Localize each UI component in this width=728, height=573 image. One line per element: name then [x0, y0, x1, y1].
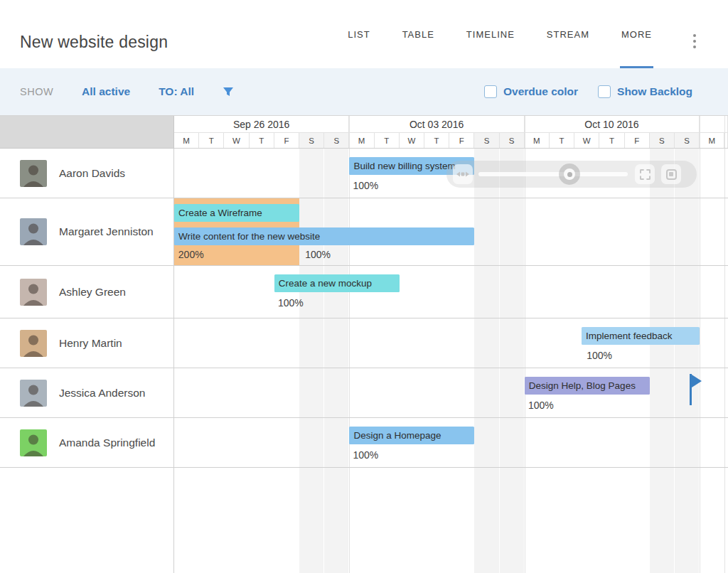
task-bar[interactable]: Implement feedback [582, 327, 700, 345]
person-name: Jessica Anderson [59, 387, 146, 400]
task-bar[interactable]: Create a new mockup [274, 274, 400, 292]
avatar [20, 380, 47, 407]
milestone-flag-icon[interactable] [690, 374, 702, 408]
person-cell: Aaron Davids [0, 149, 174, 198]
day-letter-cell: W [400, 133, 424, 149]
person-name: Aaron Davids [59, 167, 125, 180]
workload-percent-label: 100% [353, 180, 379, 191]
week-label: Oct 03 2016 [349, 116, 524, 133]
person-name: Ashley Green [59, 286, 126, 299]
day-letter-cell: M [700, 133, 724, 149]
day-letter-cell: T [599, 133, 624, 149]
tab-more[interactable]: MORE [621, 0, 652, 68]
person-name: Henry Martin [59, 337, 122, 350]
day-letter-cell: S [299, 133, 324, 149]
person-row: Create a WireframeWrite content for the … [0, 198, 728, 266]
person-name: Margaret Jenniston [59, 225, 154, 238]
workload-percent-label: 100% [278, 297, 304, 309]
active-filter-link[interactable]: All active [82, 85, 130, 98]
week-label: Sep 26 2016 [174, 116, 349, 133]
tab-timeline[interactable]: TIMELINE [466, 0, 515, 68]
show-backlog-toggle[interactable]: Show Backlog [598, 85, 692, 98]
selection-marquee-icon[interactable] [635, 164, 655, 184]
workload-percent-label: 100% [587, 350, 612, 361]
day-letter-cell: T [424, 133, 449, 149]
day-letter-cell: T [199, 133, 224, 149]
person-row: Create a new mockup100%Ashley Green [0, 266, 728, 318]
assignee-filter-link[interactable]: TO: All [159, 85, 194, 98]
filter-bar: SHOW All active TO: All Overdue color Sh… [0, 68, 728, 115]
person-name: Amanda Springfield [59, 437, 155, 449]
workload-percent-label: 100% [528, 400, 554, 411]
week-label [700, 116, 728, 133]
task-bar[interactable]: Design a Homepage [349, 427, 474, 444]
day-letter-cell: M [349, 133, 374, 149]
overdue-color-checkbox[interactable] [484, 85, 497, 98]
show-backlog-label: Show Backlog [617, 85, 692, 98]
filter-funnel-icon[interactable] [223, 86, 234, 97]
show-backlog-checkbox[interactable] [598, 85, 611, 98]
overdue-color-toggle[interactable]: Overdue color [484, 85, 578, 98]
person-cell: Henry Martin [0, 318, 174, 368]
avatar [20, 279, 47, 306]
page-title: New website design [20, 33, 168, 52]
avatar [20, 330, 47, 357]
day-letter-cell [724, 133, 728, 149]
chart-corner-cell [0, 116, 174, 149]
day-letter-cell: S [474, 133, 499, 149]
fit-to-screen-icon[interactable] [453, 164, 473, 184]
overdue-color-label: Overdue color [503, 85, 578, 98]
person-cell: Ashley Green [0, 266, 174, 318]
person-row: Implement feedback100%Henry Martin [0, 318, 728, 368]
avatar [20, 218, 47, 245]
day-letter-cell: F [274, 133, 299, 149]
day-letter-cell: F [449, 133, 474, 149]
task-bar[interactable]: Write content for the new website [174, 227, 474, 245]
day-letter-cell: S [650, 133, 675, 149]
zoom-slider-track[interactable] [478, 172, 628, 176]
filter-bar-right: Overdue color Show Backlog [484, 85, 692, 98]
tab-table[interactable]: TABLE [402, 0, 434, 68]
app: New website design LISTTABLETIMELINESTRE… [0, 0, 728, 573]
timeline-zoom-control [446, 161, 697, 188]
person-row: Design a Homepage100%Amanda Springfield [0, 418, 728, 468]
day-letter-cell: T [250, 133, 274, 149]
show-label: SHOW [20, 86, 53, 97]
task-bar[interactable]: Create a Wireframe [174, 204, 299, 222]
avatar [20, 429, 47, 456]
more-options-kebab-icon[interactable] [691, 34, 698, 48]
tab-stream[interactable]: STREAM [547, 0, 589, 68]
day-letter-cell: W [574, 133, 599, 149]
avatar [20, 160, 47, 187]
workload-percent-label: 200% [178, 249, 204, 260]
day-letter-cell: W [224, 133, 249, 149]
zoom-slider-handle[interactable] [559, 164, 580, 185]
names-column-empty [0, 468, 174, 573]
day-letter-cell: T [375, 133, 400, 149]
tab-list[interactable]: LIST [348, 0, 370, 68]
day-letter-cell: T [550, 133, 574, 149]
task-bar[interactable]: Design Help, Blog Pages [525, 377, 650, 395]
day-letter-cell: S [500, 133, 525, 149]
person-row: Design Help, Blog Pages100%Jessica Ander… [0, 368, 728, 418]
person-cell: Margaret Jenniston [0, 198, 174, 265]
person-cell: Amanda Springfield [0, 418, 174, 467]
tab-bar: LISTTABLETIMELINESTREAMMORE [348, 0, 652, 68]
day-letter-cell: S [324, 133, 349, 149]
week-label: Oct 10 2016 [525, 116, 700, 133]
top-header: New website design LISTTABLETIMELINESTRE… [0, 0, 728, 68]
workload-percent-label: 100% [305, 249, 331, 260]
day-letter-cell: F [625, 133, 650, 149]
stop-frame-icon[interactable] [661, 164, 681, 184]
person-cell: Jessica Anderson [0, 368, 174, 417]
workload-percent-label: 100% [353, 449, 379, 461]
day-letter-cell: M [174, 133, 199, 149]
day-letter-cell: S [675, 133, 700, 149]
day-letter-cell: M [525, 133, 550, 149]
